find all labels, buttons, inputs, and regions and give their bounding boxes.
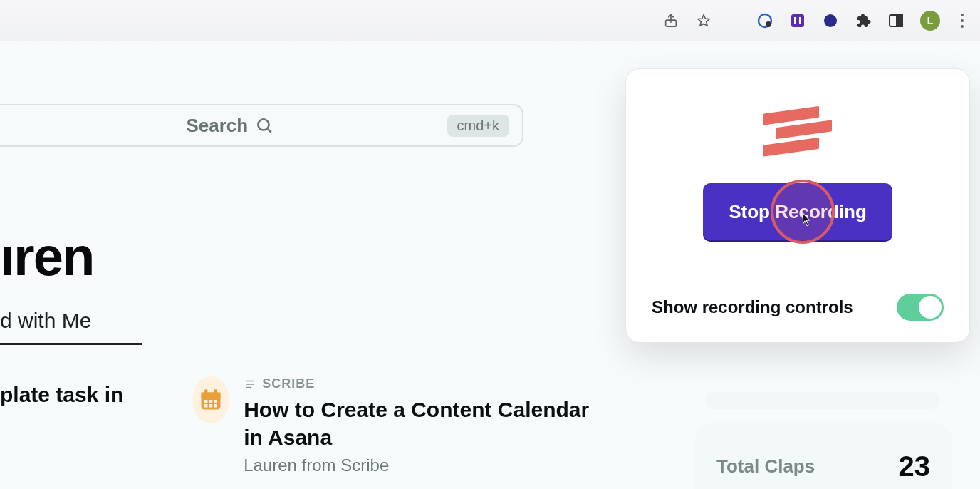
- svg-rect-5: [799, 17, 801, 24]
- svg-point-6: [824, 14, 837, 27]
- extensions-puzzle-icon[interactable]: [855, 12, 872, 29]
- calendar-icon: [192, 376, 229, 423]
- background-card: [705, 392, 940, 409]
- search-input[interactable]: Search cmd+k: [0, 104, 523, 147]
- svg-rect-11: [202, 393, 221, 398]
- svg-rect-18: [209, 404, 213, 408]
- search-placeholder: Search: [13, 115, 447, 137]
- svg-rect-14: [204, 400, 208, 403]
- svg-rect-3: [791, 14, 804, 27]
- star-icon[interactable]: [695, 12, 712, 29]
- extension-icon-2[interactable]: [789, 12, 806, 29]
- share-icon[interactable]: [662, 12, 679, 29]
- svg-rect-13: [214, 389, 218, 395]
- svg-rect-16: [214, 400, 218, 403]
- page-title: ıren: [0, 225, 93, 287]
- stat-value: 23: [899, 451, 931, 483]
- card-type-text: SCRIBE: [262, 376, 315, 391]
- extension-popup-bottom: Show recording controls: [626, 272, 969, 342]
- browser-toolbar: L: [0, 0, 980, 41]
- svg-rect-8: [897, 15, 902, 26]
- card-title: plate task in: [0, 381, 123, 408]
- show-controls-toggle[interactable]: [897, 294, 944, 321]
- svg-rect-4: [794, 17, 796, 24]
- svg-rect-19: [214, 404, 218, 408]
- svg-point-2: [766, 21, 771, 27]
- extension-popup: Stop Recording Show recording controls: [625, 68, 970, 343]
- extension-popup-top: Stop Recording: [626, 69, 969, 272]
- toggle-knob: [919, 296, 942, 319]
- svg-rect-15: [209, 400, 213, 403]
- search-placeholder-text: Search: [186, 115, 248, 137]
- profile-avatar[interactable]: L: [920, 11, 940, 31]
- stat-label: Total Claps: [716, 455, 815, 478]
- document-card[interactable]: SCRIBE How to Create a Content Calendar …: [192, 376, 591, 475]
- stop-recording-button[interactable]: Stop Recording: [703, 183, 892, 240]
- card-title: How to Create a Content Calendar in Asan…: [244, 396, 591, 451]
- svg-rect-17: [204, 404, 208, 408]
- svg-rect-12: [204, 389, 208, 395]
- avatar-initial: L: [927, 15, 934, 26]
- search-icon: [255, 116, 273, 135]
- extension-icon-1[interactable]: [756, 12, 773, 29]
- side-panel-icon[interactable]: [887, 12, 905, 29]
- stats-total-claps: Total Claps 23: [695, 423, 952, 489]
- document-card[interactable]: plate task in: [0, 376, 171, 475]
- show-controls-label: Show recording controls: [652, 297, 853, 317]
- browser-menu-icon[interactable]: [956, 14, 969, 28]
- list-icon: [244, 378, 256, 391]
- search-shortcut: cmd+k: [447, 115, 509, 137]
- scribe-logo-icon: [763, 104, 832, 156]
- extension-icon-3[interactable]: [822, 12, 839, 29]
- svg-point-9: [258, 119, 269, 130]
- card-author: Lauren from Scribe: [244, 455, 591, 475]
- card-type-label: SCRIBE: [244, 376, 591, 391]
- tab-shared-with-me[interactable]: d with Me: [0, 309, 142, 345]
